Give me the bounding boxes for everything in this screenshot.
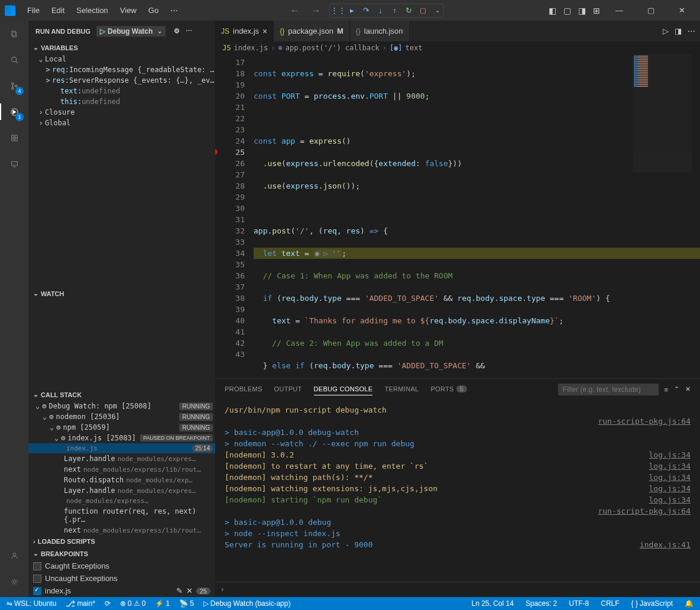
breakpoint-item[interactable]: Uncaught Exceptions <box>28 572 215 585</box>
editor-tab[interactable]: {}launch.json <box>350 21 410 41</box>
callstack-frame[interactable]: next node_modules/express/lib/rout… <box>28 464 215 475</box>
panel-tab[interactable]: PROBLEMS <box>225 383 262 395</box>
close-icon[interactable]: ✕ <box>186 586 193 595</box>
variable-row[interactable]: text: undefined <box>28 86 215 96</box>
console-input-row[interactable]: › <box>215 582 700 597</box>
nav-back-icon[interactable]: ← <box>287 5 303 16</box>
callstack-thread[interactable]: ⌄⚙ nodemon [25036]RUNNING <box>28 411 215 422</box>
status-lang[interactable]: { } JavaScript <box>630 599 675 608</box>
activity-extensions-icon[interactable] <box>6 129 22 146</box>
status-ports[interactable]: 📡 5 <box>177 599 196 608</box>
activity-explorer-icon[interactable] <box>6 25 22 42</box>
callstack-frame[interactable]: next node_modules/express/lib/rout… <box>28 525 215 536</box>
status-spaces[interactable]: Spaces: 2 <box>524 599 559 608</box>
nav-fwd-icon[interactable]: → <box>308 5 325 16</box>
activity-debug-icon[interactable]: 1 <box>6 103 22 120</box>
panel-tab[interactable]: TERMINAL <box>384 383 419 395</box>
checkbox-icon[interactable] <box>33 562 41 570</box>
status-eol[interactable]: CRLF <box>599 599 621 608</box>
activity-account-icon[interactable] <box>6 547 22 564</box>
panel-tab[interactable]: PORTS5 <box>430 383 467 395</box>
debug-stepover-icon[interactable]: ↷ <box>362 6 371 15</box>
split-icon[interactable]: ◨ <box>675 27 682 35</box>
callstack-frame[interactable]: Layer.handle node_modules/expres… <box>28 453 215 464</box>
menu-file[interactable]: File <box>22 4 44 17</box>
activity-settings-icon[interactable] <box>6 573 22 590</box>
scope-local[interactable]: ⌄Local <box>28 54 215 64</box>
callstack-thread[interactable]: ⌄⚙ Debug Watch: npm [25008]RUNNING <box>28 401 215 411</box>
status-debug[interactable]: ▷ Debug Watch (basic-app) <box>202 599 293 608</box>
callstack-frame[interactable]: Route.dispatch node_modules/exp… <box>28 475 215 485</box>
section-variables[interactable]: ⌄ VARIABLES <box>28 41 215 54</box>
panel-maximize-icon[interactable]: ⌃ <box>674 385 679 393</box>
callstack-thread[interactable]: ⌄⚙ npm [25059]RUNNING <box>28 422 215 433</box>
debug-grip-icon[interactable]: ⋮⋮ <box>333 6 343 15</box>
panel-settings-icon[interactable]: ≡ <box>665 386 668 393</box>
debug-stop-icon[interactable]: ◻ <box>419 6 428 15</box>
menu-view[interactable]: View <box>115 4 141 17</box>
variable-row[interactable]: >res: ServerResponse {_events: {…}, _ev… <box>28 75 215 86</box>
breakpoint-file[interactable]: index.js ✎ ✕ 25 <box>28 585 215 597</box>
scope-global[interactable]: ›Global <box>28 118 215 128</box>
window-close-icon[interactable]: ✕ <box>669 0 695 21</box>
activity-remote-icon[interactable] <box>6 155 22 172</box>
status-remote[interactable]: ⇋ WSL: Ubuntu <box>5 599 58 608</box>
section-breakpoints[interactable]: ⌄ BREAKPOINTS <box>28 547 215 560</box>
status-branch[interactable]: ⎇ main* <box>64 599 97 608</box>
more-icon[interactable]: ⋯ <box>186 27 192 35</box>
code-editor[interactable]: 1718192021222324▷25262728293031323334353… <box>215 54 700 378</box>
run-icon[interactable]: ▷ <box>663 27 669 35</box>
panel-tab[interactable]: DEBUG CONSOLE <box>314 383 373 395</box>
layout-icon-2[interactable]: ▢ <box>562 5 572 17</box>
debug-continue-icon[interactable]: ▸ <box>348 6 357 15</box>
breadcrumb[interactable]: JSindex.js› ⊕app.post('/') callback› [◉]… <box>215 41 700 54</box>
variable-row[interactable]: this: undefined <box>28 96 215 107</box>
layout-icon-4[interactable]: ⊞ <box>592 5 601 17</box>
debug-restart-icon[interactable]: ↻ <box>404 6 414 15</box>
checkbox-icon[interactable] <box>33 575 41 583</box>
menu-edit[interactable]: Edit <box>47 4 69 17</box>
status-alerts[interactable]: ⚡1 <box>153 599 171 608</box>
panel-close-icon[interactable]: ✕ <box>685 385 691 393</box>
breakpoint-item[interactable]: Caught Exceptions <box>28 560 215 572</box>
activity-search-icon[interactable] <box>6 51 22 68</box>
status-errors[interactable]: ⊗ 0 ⚠ 0 <box>118 599 147 608</box>
callstack-thread[interactable]: ⌄⚙ index.js [25083]PAUSED ON BREAKPOINT <box>28 433 215 443</box>
window-maximize-icon[interactable]: ▢ <box>637 0 664 21</box>
section-watch[interactable]: ⌄ WATCH <box>28 287 215 300</box>
panel-tab[interactable]: OUTPUT <box>274 383 302 395</box>
editor-tab[interactable]: {}package.jsonM <box>274 21 349 41</box>
close-icon[interactable]: × <box>262 27 267 36</box>
editor-tab[interactable]: JSindex.js× <box>215 21 274 41</box>
status-bell-icon[interactable]: 🔔 <box>683 599 695 608</box>
callstack-frame[interactable]: index.js25:14 <box>28 443 215 453</box>
console-filter-input[interactable] <box>558 384 659 395</box>
variable-row[interactable]: >req: IncomingMessage {_readableState: … <box>28 64 215 75</box>
edit-icon[interactable]: ✎ <box>176 586 183 595</box>
debug-stepout-icon[interactable]: ↑ <box>390 6 400 15</box>
callstack-frame[interactable]: node_modules/express… <box>28 496 215 506</box>
menu-more-icon[interactable]: ⋯ <box>166 4 183 17</box>
callstack-frame[interactable]: function router(req, res, next) {.pr… <box>28 506 215 525</box>
status-sync[interactable]: ⟳ <box>103 599 112 608</box>
checkbox-icon[interactable] <box>33 587 41 595</box>
scope-closure[interactable]: ›Closure <box>28 107 215 118</box>
debug-config-select[interactable]: ▷ Debug Watch ⌄ <box>96 26 166 37</box>
minimap[interactable] <box>633 54 692 173</box>
section-loaded[interactable]: › LOADED SCRIPTS <box>28 536 215 547</box>
tab-more-icon[interactable]: ⋯ <box>688 27 695 35</box>
status-encoding[interactable]: UTF-8 <box>567 599 591 608</box>
gear-icon[interactable]: ⚙ <box>174 27 180 35</box>
debug-console[interactable]: /usr/bin/npm run-script debug-watchrun-s… <box>215 400 700 582</box>
callstack-frame[interactable]: Layer.handle node_modules/expres… <box>28 485 215 496</box>
section-callstack[interactable]: ⌄ CALL STACK <box>28 388 215 401</box>
menu-go[interactable]: Go <box>144 4 163 17</box>
layout-icon-3[interactable]: ◨ <box>577 5 587 17</box>
window-minimize-icon[interactable]: — <box>606 0 633 21</box>
layout-icon-1[interactable]: ◧ <box>547 5 558 17</box>
status-ln[interactable]: Ln 25, Col 14 <box>470 599 516 608</box>
activity-scm-icon[interactable]: 4 <box>6 77 22 94</box>
menu-selection[interactable]: Selection <box>72 4 112 17</box>
debug-stepinto-icon[interactable]: ↓ <box>376 6 385 15</box>
debug-toolbar-chevron-icon[interactable]: ⌄ <box>435 7 440 14</box>
